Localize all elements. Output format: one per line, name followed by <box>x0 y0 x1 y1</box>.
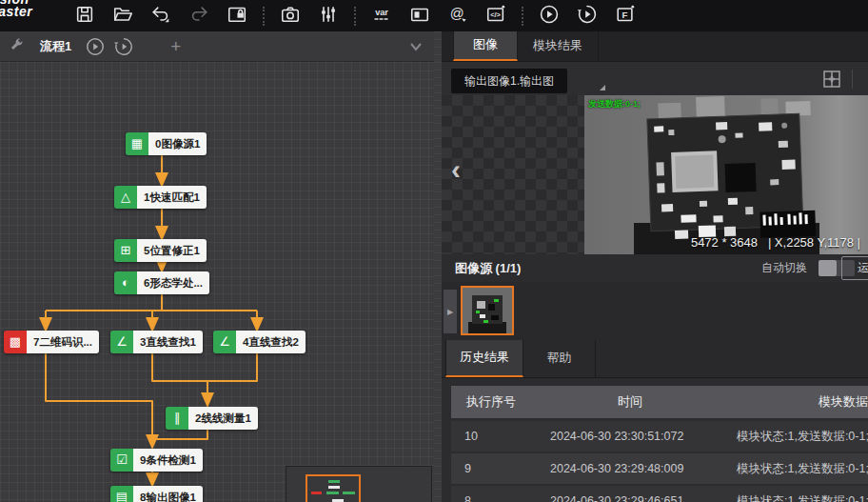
node-position-correction[interactable]: ⊞5位置修正1 <box>114 239 207 262</box>
node-label: 8输出图像1 <box>133 486 203 502</box>
node-label: 1快速匹配1 <box>137 186 207 209</box>
header-divider <box>852 70 853 89</box>
node-image-source[interactable]: ▦0图像源1 <box>126 132 207 155</box>
result-overlay-text: 发送数据:0-1; <box>588 98 641 110</box>
result-tab-bar: 历史结果帮助 <box>442 340 868 378</box>
column-module-data: 模块数据 <box>729 386 868 418</box>
view-tab-bar: 图像模块结果 <box>442 31 868 62</box>
image-viewer[interactable]: 发送数据:0-1; ‹ 5472 * 3648 | X,2258 Y,1178 … <box>442 95 868 254</box>
tab-history-result[interactable]: 历史结果 <box>445 340 523 377</box>
image-status-text: 5472 * 3648 | X,2258 Y,1178 | <box>691 235 860 250</box>
split-view-icon[interactable] <box>820 68 843 90</box>
image-thumbnail[interactable] <box>461 286 514 335</box>
node-label: 2线线测量1 <box>188 407 258 430</box>
run-button[interactable]: 运行 <box>841 256 868 280</box>
history-row[interactable]: 102024-06-30 23:30:51:072模块状态:1,发送数据:0-1… <box>451 421 868 452</box>
run-flow-once-button[interactable] <box>85 36 106 57</box>
column-exec-no: 执行序号 <box>451 386 531 418</box>
top-toolbar: Vision Master var@</>F <box>0 0 868 31</box>
node-line-find-2[interactable]: ∠4直线查找2 <box>213 331 306 353</box>
viewer-header: 输出图像1.输出图 <box>442 62 868 95</box>
output-image-icon: ▤ <box>110 486 133 502</box>
line-find-icon: ∠ <box>110 331 133 353</box>
node-barcode-recognition[interactable]: ▩7二维码识... <box>4 331 99 353</box>
toolbar-divider <box>354 7 356 26</box>
wrench-icon[interactable] <box>0 36 32 57</box>
tab-image[interactable]: 图像 <box>453 31 518 61</box>
history-table: 执行序号 时间 模块数据 102024-06-30 23:30:51:072模块… <box>451 386 868 502</box>
save-icon[interactable] <box>72 4 97 29</box>
dropdown-corner-icon <box>600 85 605 90</box>
node-output-image[interactable]: ▤8输出图像1 <box>110 486 203 502</box>
fast-match-icon: △ <box>114 186 137 209</box>
history-cell: 模块状态:1,发送数据:0-1; <box>729 421 868 452</box>
auto-switch-label: 自动切换 <box>761 260 807 276</box>
tab-module-result[interactable]: 模块结果 <box>518 31 599 61</box>
variable-icon[interactable]: var <box>369 4 394 29</box>
column-time: 时间 <box>531 386 729 418</box>
node-label: 7二维码识... <box>27 331 99 353</box>
history-cell: 10 <box>451 421 531 452</box>
history-row[interactable]: 92024-06-30 23:29:48:009模块状态:1,发送数据:0-1; <box>451 453 868 484</box>
chevron-down-icon[interactable] <box>409 40 423 53</box>
thumbnail-strip: ▶ <box>442 282 868 340</box>
format-window-icon[interactable]: F <box>613 4 638 29</box>
flow-edge <box>152 430 207 439</box>
svg-text:F: F <box>622 10 628 20</box>
history-cell: 2024-06-30 23:30:51:072 <box>531 421 729 452</box>
thumbnail-expand-arrow[interactable]: ▶ <box>444 290 457 333</box>
history-cell: 模块状态:1,发送数据:0-1; <box>729 453 868 484</box>
tab-help[interactable]: 帮助 <box>523 340 596 377</box>
line-find-icon: ∠ <box>213 331 236 353</box>
open-project-icon[interactable] <box>110 4 135 29</box>
app-logo: Vision Master <box>0 0 32 18</box>
flow-toolbar: 流程1 + <box>0 31 434 62</box>
flowchart-canvas[interactable]: ▦0图像源1△1快速匹配1⊞5位置修正1◐6形态学处...▩7二维码识...∠3… <box>0 62 434 502</box>
minimap-viewport[interactable] <box>306 474 361 502</box>
barcode-icon: ▩ <box>4 331 27 353</box>
node-label: 3直线查找1 <box>133 331 203 353</box>
svg-text:var: var <box>375 8 388 17</box>
condition-check-icon: ☑ <box>110 449 133 472</box>
node-condition-check[interactable]: ☑9条件检测1 <box>110 449 203 472</box>
lock-window-icon[interactable] <box>225 4 249 29</box>
toolbar-divider <box>522 7 523 26</box>
cursor-coordinates: | X,2258 Y,1178 | <box>768 235 860 250</box>
inspection-photo <box>584 95 868 254</box>
flow-edges <box>0 62 434 502</box>
node-line-line-measure[interactable]: ∥2线线测量1 <box>166 407 258 430</box>
redo-icon[interactable] <box>187 4 211 29</box>
run-once-icon[interactable] <box>537 4 562 29</box>
parameter-settings-icon[interactable] <box>316 4 341 29</box>
history-row[interactable]: 82024-06-30 23:29:46:651模块状态:1,发送数据:0-1; <box>451 486 868 502</box>
module-window-icon[interactable] <box>407 4 432 29</box>
undo-icon[interactable] <box>148 4 173 29</box>
previous-image-chevron[interactable]: ‹ <box>445 155 466 184</box>
history-table-body: 102024-06-30 23:30:51:072模块状态:1,发送数据:0-1… <box>451 421 868 502</box>
history-cell: 2024-06-30 23:29:48:009 <box>531 453 729 484</box>
toggle-knob <box>819 260 837 276</box>
right-panel: 图像模块结果 输出图像1.输出图 <box>442 31 868 502</box>
history-cell: 9 <box>451 453 531 484</box>
svg-text:@: @ <box>450 6 464 21</box>
run-flow-continuous-button[interactable] <box>113 36 134 57</box>
script-icon[interactable]: </> <box>483 4 508 29</box>
node-fast-match[interactable]: △1快速匹配1 <box>114 186 207 209</box>
image-source-bar: 图像源 (1/1) 自动切换 运行 <box>442 254 868 282</box>
node-morphology[interactable]: ◐6形态学处... <box>114 271 209 294</box>
image-source-dropdown[interactable]: 输出图像1.输出图 <box>451 69 567 93</box>
history-table-header: 执行序号 时间 模块数据 <box>451 386 868 418</box>
image-source-title: 图像源 (1/1) <box>455 260 521 277</box>
panel-splitter[interactable] <box>434 31 442 502</box>
run-continuous-icon[interactable] <box>575 4 600 29</box>
flow-tab-title[interactable]: 流程1 <box>40 38 71 55</box>
toolbar-divider <box>263 7 265 26</box>
global-trigger-icon[interactable]: @ <box>445 4 470 29</box>
add-flow-button[interactable]: + <box>165 38 187 55</box>
node-line-find-1[interactable]: ∠3直线查找1 <box>110 331 203 353</box>
image-source-icon: ▦ <box>126 132 148 155</box>
node-label: 0图像源1 <box>148 132 207 155</box>
camera-icon[interactable] <box>278 4 303 29</box>
flowchart-minimap[interactable] <box>286 466 432 502</box>
flow-edge <box>46 353 152 445</box>
